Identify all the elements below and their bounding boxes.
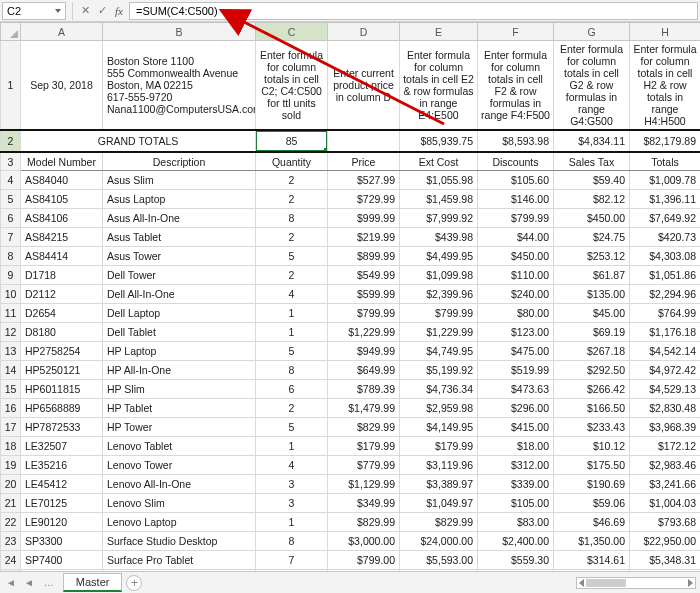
cell-qty[interactable]: 8 <box>256 360 328 379</box>
cell-model[interactable]: HP5250121 <box>21 360 103 379</box>
cell-model[interactable]: AS84106 <box>21 208 103 227</box>
cell-qty[interactable]: 6 <box>256 379 328 398</box>
cell-ext[interactable]: $24,000.00 <box>400 531 478 550</box>
cell-ext[interactable]: $1,229.99 <box>400 322 478 341</box>
hdr-tax[interactable]: Sales Tax <box>554 152 630 170</box>
hdr-tot[interactable]: Totals <box>630 152 701 170</box>
cell-price[interactable]: $219.99 <box>328 227 400 246</box>
cell-price[interactable]: $789.39 <box>328 379 400 398</box>
cell-tax[interactable]: $82.12 <box>554 189 630 208</box>
row-header[interactable]: 6 <box>1 208 21 227</box>
hdr-price[interactable]: Price <box>328 152 400 170</box>
cell-qty[interactable]: 8 <box>256 208 328 227</box>
cell-model[interactable]: HP2758254 <box>21 341 103 360</box>
cell-desc[interactable]: Asus Tablet <box>103 227 256 246</box>
row-header[interactable]: 16 <box>1 398 21 417</box>
cell-qty[interactable]: 2 <box>256 265 328 284</box>
cell-c2-selected[interactable]: 85 <box>256 130 328 152</box>
row-header[interactable]: 10 <box>1 284 21 303</box>
cell-price[interactable]: $527.99 <box>328 170 400 189</box>
row-header[interactable]: 9 <box>1 265 21 284</box>
cell-h2[interactable]: $82,179.89 <box>630 130 701 152</box>
cell-model[interactable]: LE35216 <box>21 455 103 474</box>
cell-qty[interactable]: 2 <box>256 227 328 246</box>
cell-qty[interactable]: 8 <box>256 531 328 550</box>
cell-tax[interactable]: $45.00 <box>554 303 630 322</box>
cell-tax[interactable]: $267.18 <box>554 341 630 360</box>
cell-desc[interactable]: Dell Laptop <box>103 303 256 322</box>
cell-price[interactable]: $1,229.99 <box>328 322 400 341</box>
cell-tax[interactable]: $1,350.00 <box>554 531 630 550</box>
cell-qty[interactable]: 1 <box>256 512 328 531</box>
cell-disc[interactable]: $44.00 <box>478 227 554 246</box>
cell-tax[interactable]: $24.75 <box>554 227 630 246</box>
insert-function-icon[interactable]: fx <box>113 5 125 17</box>
cell-desc[interactable]: Dell Tablet <box>103 322 256 341</box>
cell-ext[interactable]: $4,736.34 <box>400 379 478 398</box>
cell-desc[interactable]: HP All-In-One <box>103 360 256 379</box>
cell-f1[interactable]: Enter formula for column totals in cell … <box>478 41 554 131</box>
cell-qty[interactable]: 1 <box>256 436 328 455</box>
cell-disc[interactable]: $146.00 <box>478 189 554 208</box>
row-header[interactable]: 17 <box>1 417 21 436</box>
cell-disc[interactable]: $415.00 <box>478 417 554 436</box>
cell-disc[interactable]: $473.63 <box>478 379 554 398</box>
cell-disc[interactable]: $799.99 <box>478 208 554 227</box>
cell-a1[interactable]: Sep 30, 2018 <box>21 41 103 131</box>
cell-price[interactable]: $799.99 <box>328 303 400 322</box>
cell-price[interactable]: $1,129.99 <box>328 474 400 493</box>
formula-input[interactable]: =SUM(C4:C500) <box>129 2 698 20</box>
row-header[interactable]: 19 <box>1 455 21 474</box>
cell-ext[interactable]: $439.98 <box>400 227 478 246</box>
cell-disc[interactable]: $105.00 <box>478 493 554 512</box>
cell-disc[interactable]: $240.00 <box>478 284 554 303</box>
cell-disc[interactable]: $105.60 <box>478 170 554 189</box>
cell-price[interactable]: $799.00 <box>328 550 400 569</box>
cell-ext[interactable]: $1,099.98 <box>400 265 478 284</box>
cell-price[interactable]: $549.99 <box>328 265 400 284</box>
cell-tax[interactable]: $135.00 <box>554 284 630 303</box>
row-header[interactable]: 8 <box>1 246 21 265</box>
cell-desc[interactable]: HP Tablet <box>103 398 256 417</box>
cell-tot[interactable]: $1,004.03 <box>630 493 701 512</box>
cell-tot[interactable]: $4,529.13 <box>630 379 701 398</box>
cell-tax[interactable]: $450.00 <box>554 208 630 227</box>
cell-model[interactable]: HP6011815 <box>21 379 103 398</box>
spreadsheet-grid[interactable]: A B C D E F G H 1 Sep 30, 2018 Boston St… <box>0 22 700 593</box>
cell-desc[interactable]: Lenovo All-In-One <box>103 474 256 493</box>
cell-price[interactable]: $779.99 <box>328 455 400 474</box>
row-header[interactable]: 5 <box>1 189 21 208</box>
cell-ext[interactable]: $3,119.96 <box>400 455 478 474</box>
cell-tot[interactable]: $1,009.78 <box>630 170 701 189</box>
cell-ext[interactable]: $1,459.98 <box>400 189 478 208</box>
cell-desc[interactable]: HP Tower <box>103 417 256 436</box>
cancel-formula-icon[interactable]: ✕ <box>79 4 92 17</box>
cell-tot[interactable]: $2,983.46 <box>630 455 701 474</box>
row-header[interactable]: 23 <box>1 531 21 550</box>
cell-model[interactable]: LE45412 <box>21 474 103 493</box>
cell-price[interactable]: $1,479.99 <box>328 398 400 417</box>
row-header[interactable]: 13 <box>1 341 21 360</box>
cell-ext[interactable]: $4,149.95 <box>400 417 478 436</box>
cell-desc[interactable]: Asus Tower <box>103 246 256 265</box>
cell-qty[interactable]: 2 <box>256 398 328 417</box>
cell-price[interactable]: $949.99 <box>328 341 400 360</box>
cell-tax[interactable]: $253.12 <box>554 246 630 265</box>
cell-price[interactable]: $999.99 <box>328 208 400 227</box>
cell-disc[interactable]: $123.00 <box>478 322 554 341</box>
row-header[interactable]: 11 <box>1 303 21 322</box>
cell-desc[interactable]: Lenovo Tower <box>103 455 256 474</box>
cell-qty[interactable]: 1 <box>256 303 328 322</box>
cell-price[interactable]: $649.99 <box>328 360 400 379</box>
cell-tot[interactable]: $5,348.31 <box>630 550 701 569</box>
cell-model[interactable]: D8180 <box>21 322 103 341</box>
cell-ext[interactable]: $799.99 <box>400 303 478 322</box>
cell-qty[interactable]: 4 <box>256 284 328 303</box>
cell-tax[interactable]: $292.50 <box>554 360 630 379</box>
cell-tot[interactable]: $4,972.42 <box>630 360 701 379</box>
col-header-a[interactable]: A <box>21 23 103 41</box>
cell-ext[interactable]: $4,749.95 <box>400 341 478 360</box>
cell-price[interactable]: $3,000.00 <box>328 531 400 550</box>
cell-model[interactable]: AS84040 <box>21 170 103 189</box>
row-header[interactable]: 3 <box>1 152 21 170</box>
